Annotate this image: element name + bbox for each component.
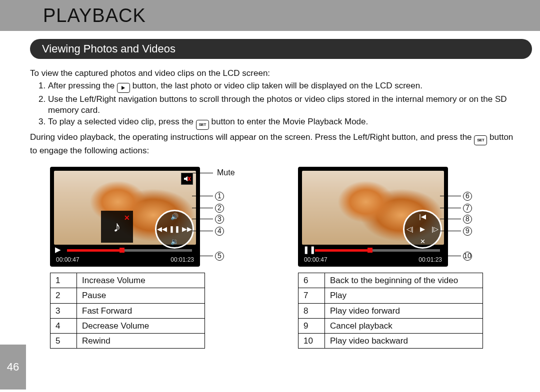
section-title: Viewing Photos and Videos [42, 42, 176, 55]
para2: During video playback, the operating ins… [30, 132, 516, 156]
callouts-right: 6 7 8 9 10 [450, 165, 515, 265]
cancel-icon: ✕ [418, 237, 428, 247]
table-row: 10Play video backward [298, 334, 483, 349]
table-row: 4Decrease Volume [50, 318, 205, 333]
table-row: 6Back to the beginning of the video [298, 273, 483, 288]
cell-num: 8 [298, 303, 325, 318]
callout-4: 4 [215, 227, 224, 236]
cell-text: Decrease Volume [77, 318, 205, 333]
control-rose-right: |◀ ✕ ◁| |▷ ▶ [403, 210, 442, 249]
content-area: To view the captured photos and video cl… [0, 59, 540, 349]
cell-text: Increase Volume [77, 273, 205, 288]
cell-text: Back to the beginning of the video [325, 273, 483, 288]
play-icon: ▶ [418, 224, 428, 234]
cell-num: 6 [298, 273, 325, 288]
page-number: 46 [7, 361, 19, 374]
table-row: 9Cancel playback [298, 318, 483, 333]
cell-text: Play video backward [325, 334, 483, 349]
x-red-icon: ✕ [124, 214, 130, 223]
step-back-icon: ◁| [405, 224, 415, 234]
step-1: After pressing the button, the last phot… [48, 80, 516, 93]
cell-num: 1 [50, 273, 77, 288]
volume-up-icon: 🔊 [170, 212, 180, 222]
time-total-2: 00:01:23 [418, 256, 442, 264]
callout-6: 6 [463, 192, 472, 201]
cell-num: 7 [298, 288, 325, 303]
cell-text: Play video forward [325, 303, 483, 318]
cell-num: 9 [298, 318, 325, 333]
lcd-left: ♪ ✕ 🔊 🔉 ◀◀ ▶▶ ❚❚ ▶ 00:00:47 [50, 167, 200, 267]
set-button-icon-2 [474, 135, 487, 145]
cell-text: Fast Forward [77, 303, 205, 318]
mute-icon [181, 173, 193, 185]
callouts-left: Mute 1 2 3 4 5 [202, 165, 267, 265]
callout-2: 2 [215, 204, 224, 213]
figure-right: |◀ ✕ ◁| |▷ ▶ ❚❚ 00:00:47 00:01:23 6 [298, 163, 516, 268]
step1-text-a: After pressing the [48, 81, 117, 90]
table-row: 3Fast Forward [50, 303, 205, 318]
step-2: Use the Left/Right navigation buttons to… [48, 94, 516, 115]
mute-label: Mute [217, 168, 235, 178]
callout-9: 9 [463, 227, 472, 236]
legend-table-left: 1Increase Volume 2Pause 3Fast Forward 4D… [50, 273, 205, 349]
cell-text: Play [325, 288, 483, 303]
step3-text-b: button to enter the Movie Playback Mode. [212, 117, 368, 126]
table-row: 8Play video forward [298, 303, 483, 318]
fast-forward-icon: ▶▶ [182, 224, 192, 234]
cell-text: Pause [77, 288, 205, 303]
cell-num: 4 [50, 318, 77, 333]
playback-mode-icon [117, 83, 130, 93]
callout-5: 5 [215, 252, 224, 261]
steps-list: After pressing the button, the last phot… [33, 80, 516, 130]
time-display: 00:00:47 00:01:23 [56, 256, 194, 264]
cell-num: 10 [298, 334, 325, 349]
table-row: 2Pause [50, 288, 205, 303]
seek-bar-2 [315, 249, 440, 252]
cell-num: 3 [50, 303, 77, 318]
callout-10: 10 [463, 252, 472, 261]
figure-left: ♪ ✕ 🔊 🔉 ◀◀ ▶▶ ❚❚ ▶ 00:00:47 [50, 163, 268, 268]
seek-bar [67, 249, 192, 252]
play-state-icon: ▶ [55, 245, 61, 255]
callout-1: 1 [215, 192, 224, 201]
legend-table-right: 6Back to the beginning of the video 7Pla… [298, 273, 483, 349]
set-button-icon [196, 120, 209, 130]
pause-state-icon: ❚❚ [303, 245, 316, 255]
figure-right-column: |◀ ✕ ◁| |▷ ▶ ❚❚ 00:00:47 00:01:23 6 [298, 163, 516, 349]
music-note-icon: ♪ [114, 217, 121, 236]
page-number-tab: 46 [0, 345, 26, 390]
para2-text-a: During video playback, the operating ins… [30, 132, 474, 142]
cell-num: 5 [50, 334, 77, 349]
intro-text: To view the captured photos and video cl… [30, 68, 516, 78]
step-forward-icon: |▷ [430, 224, 440, 234]
cell-num: 2 [50, 288, 77, 303]
callout-3: 3 [215, 215, 224, 224]
figures-row: ♪ ✕ 🔊 🔉 ◀◀ ▶▶ ❚❚ ▶ 00:00:47 [50, 163, 516, 349]
cell-text: Rewind [77, 334, 205, 349]
table-row: 7Play [298, 288, 483, 303]
section-header: Viewing Photos and Videos [30, 39, 532, 59]
time-elapsed: 00:00:47 [56, 256, 80, 264]
step3-text-a: To play a selected video clip, press the [48, 117, 196, 126]
rewind-icon: ◀◀ [157, 224, 167, 234]
control-rose-left: 🔊 🔉 ◀◀ ▶▶ ❚❚ [155, 210, 194, 249]
step1-text-b: button, the last photo or video clip tak… [132, 81, 422, 90]
lcd-right: |◀ ✕ ◁| |▷ ▶ ❚❚ 00:00:47 00:01:23 [298, 167, 448, 267]
volume-down-icon: 🔉 [170, 237, 180, 247]
callout-8: 8 [463, 215, 472, 224]
table-row: 5Rewind [50, 334, 205, 349]
step-3: To play a selected video clip, press the… [48, 116, 516, 130]
page-title: PLAYBACK [43, 5, 146, 26]
music-mute-card: ♪ ✕ [101, 211, 133, 243]
time-display-2: 00:00:47 00:01:23 [304, 256, 442, 264]
time-total: 00:01:23 [170, 256, 194, 264]
figure-left-column: ♪ ✕ 🔊 🔉 ◀◀ ▶▶ ❚❚ ▶ 00:00:47 [50, 163, 268, 349]
callout-7: 7 [463, 204, 472, 213]
title-bar: PLAYBACK [0, 0, 540, 31]
skip-start-icon: |◀ [418, 212, 428, 222]
cell-text: Cancel playback [325, 318, 483, 333]
pause-icon: ❚❚ [170, 224, 180, 234]
table-row: 1Increase Volume [50, 273, 205, 288]
time-elapsed-2: 00:00:47 [304, 256, 328, 264]
